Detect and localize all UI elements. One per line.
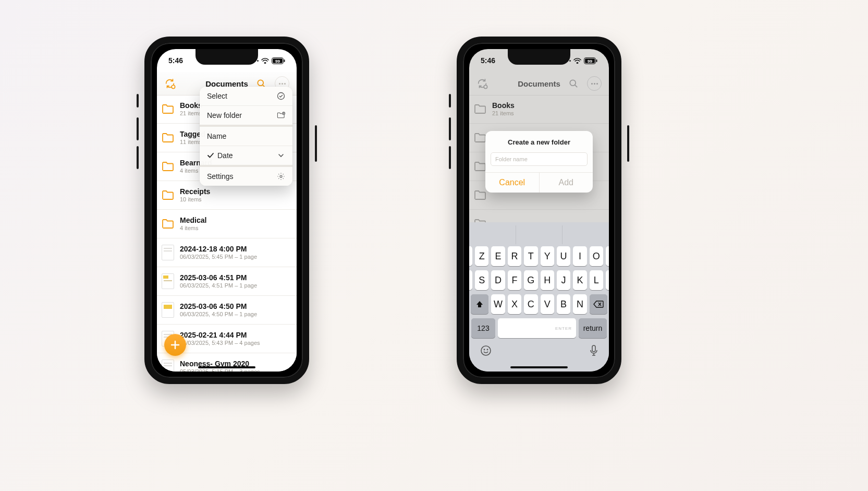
folder-icon xyxy=(161,131,175,145)
key-w[interactable]: W xyxy=(491,294,505,314)
svg-rect-2 xyxy=(284,59,285,62)
key-t[interactable]: T xyxy=(524,246,537,266)
key-y[interactable]: Y xyxy=(541,246,554,266)
key-x[interactable]: X xyxy=(508,294,521,314)
emoji-key[interactable] xyxy=(480,344,492,359)
svg-rect-18 xyxy=(592,345,595,352)
cancel-button[interactable]: Cancel xyxy=(485,173,540,193)
add-button[interactable] xyxy=(164,334,186,356)
svg-point-16 xyxy=(484,349,484,350)
key-h[interactable]: H xyxy=(541,270,554,290)
folder-icon xyxy=(473,102,487,116)
return-key[interactable]: return xyxy=(579,318,607,338)
key-o[interactable]: O xyxy=(590,246,603,266)
file-sub: 05/03/2025, 5:15 PM – 3 pages xyxy=(180,368,290,372)
ios-keyboard[interactable]: AZERTYUIOP QSDFGHJKLM WXCVBN 123 ENTER r… xyxy=(469,222,609,372)
folder-plus-icon xyxy=(277,111,285,119)
folder-sub xyxy=(492,196,603,203)
file-name: 2024-12-18 4:00 PM xyxy=(180,245,290,253)
folder-icon xyxy=(161,160,175,173)
battery-icon: 99 xyxy=(272,57,285,64)
file-sub: 05/03/2025, 5:43 PM – 4 pages xyxy=(180,340,290,346)
file-sub: 06/03/2025, 4:50 PM – 1 page xyxy=(180,311,290,318)
wifi-icon xyxy=(573,58,581,64)
key-g[interactable]: G xyxy=(524,270,537,290)
document-thumb xyxy=(162,245,174,260)
key-q[interactable]: Q xyxy=(469,270,472,290)
menu-label: Name xyxy=(207,132,226,140)
svg-point-17 xyxy=(487,349,487,350)
key-u[interactable]: U xyxy=(557,246,570,266)
numeric-key[interactable]: 123 xyxy=(471,318,495,338)
menu-item-settings[interactable]: Settings xyxy=(200,167,292,186)
menu-item-select[interactable]: Select xyxy=(200,87,292,106)
menu-label: Select xyxy=(207,92,227,100)
document-thumb xyxy=(162,273,174,289)
key-d[interactable]: D xyxy=(491,270,505,290)
checkmark-circle-icon xyxy=(277,92,285,100)
phone-left-menu-open: 5:46 99 Documents Books21 xyxy=(144,37,309,384)
folder-icon xyxy=(161,102,175,116)
folder-row: Books21 items xyxy=(469,95,609,124)
space-key[interactable]: ENTER xyxy=(498,318,576,338)
folder-sub: 4 items xyxy=(180,225,290,232)
gear-icon xyxy=(277,172,285,181)
key-p[interactable]: P xyxy=(606,246,609,266)
dialog-title: Create a new folder xyxy=(485,131,593,150)
home-indicator[interactable] xyxy=(510,366,568,368)
svg-text:99: 99 xyxy=(275,58,280,63)
key-j[interactable]: J xyxy=(557,270,570,290)
wifi-icon xyxy=(261,58,269,64)
dictation-key[interactable] xyxy=(589,344,598,359)
menu-item-sort-name[interactable]: Name xyxy=(200,127,292,146)
file-name: 2025-02-21 4:44 PM xyxy=(180,331,290,339)
menu-item-sort-date[interactable]: Date xyxy=(200,146,292,167)
keyboard-suggestions[interactable] xyxy=(469,225,609,244)
sync-icon[interactable] xyxy=(164,78,176,89)
key-s[interactable]: S xyxy=(475,270,488,290)
key-e[interactable]: E xyxy=(491,246,505,266)
key-k[interactable]: K xyxy=(573,270,586,290)
folder-name: Books xyxy=(492,101,603,110)
key-z[interactable]: Z xyxy=(475,246,488,266)
check-icon xyxy=(207,152,214,159)
key-b[interactable]: B xyxy=(557,294,570,314)
search-icon xyxy=(567,77,580,90)
menu-label: Date xyxy=(217,151,233,160)
backspace-key[interactable] xyxy=(590,294,607,314)
file-row[interactable]: 2025-03-06 4:50 PM06/03/2025, 4:50 PM – … xyxy=(157,296,297,325)
add-button[interactable]: Add xyxy=(540,173,593,193)
folder-sub: 21 items xyxy=(492,110,603,117)
key-r[interactable]: R xyxy=(508,246,521,266)
menu-item-new-folder[interactable]: New folder xyxy=(200,106,292,127)
folder-row[interactable]: Medical4 items xyxy=(157,210,297,238)
key-i[interactable]: I xyxy=(573,246,586,266)
folder-name-input[interactable] xyxy=(491,152,588,166)
file-row[interactable]: 2025-03-06 4:51 PM06/03/2025, 4:51 PM – … xyxy=(157,267,297,296)
folder-name: Receipts xyxy=(180,187,290,196)
svg-text:99: 99 xyxy=(588,58,592,63)
home-indicator[interactable] xyxy=(198,366,255,368)
status-time: 5:46 xyxy=(481,56,495,65)
context-menu: Select New folder Name Date Settings xyxy=(200,87,292,186)
folder-sub: 10 items xyxy=(180,196,290,203)
folder-icon xyxy=(161,217,175,231)
svg-rect-11 xyxy=(596,59,597,62)
file-sub: 06/03/2025, 4:51 PM – 1 page xyxy=(180,282,290,289)
key-f[interactable]: F xyxy=(508,270,521,290)
key-v[interactable]: V xyxy=(541,294,554,314)
key-l[interactable]: L xyxy=(590,270,603,290)
key-m[interactable]: M xyxy=(606,270,609,290)
key-a[interactable]: A xyxy=(469,246,472,266)
shift-key[interactable] xyxy=(471,294,488,314)
new-folder-dialog: Create a new folder Cancel Add xyxy=(485,131,593,193)
menu-label: New folder xyxy=(207,111,242,119)
key-c[interactable]: C xyxy=(524,294,537,314)
svg-point-15 xyxy=(481,346,491,355)
svg-point-4 xyxy=(172,85,175,88)
file-row[interactable]: Neoness- Gym 202005/03/2025, 5:15 PM – 3… xyxy=(157,353,297,372)
file-row[interactable]: 2024-12-18 4:00 PM06/03/2025, 5:45 PM – … xyxy=(157,238,297,267)
svg-point-6 xyxy=(278,93,285,100)
key-n[interactable]: N xyxy=(573,294,586,314)
menu-label: Settings xyxy=(207,172,234,181)
